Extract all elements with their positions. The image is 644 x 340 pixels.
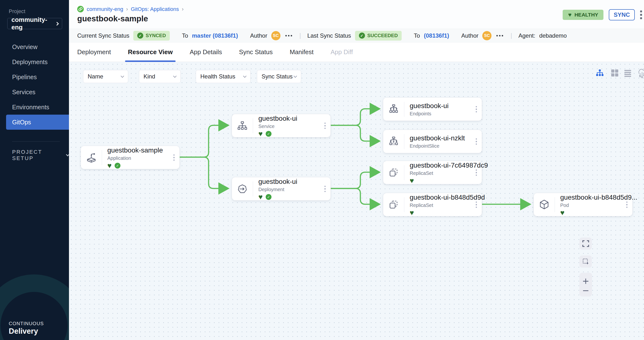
fullscreen-button[interactable]: [580, 238, 592, 250]
author-avatar[interactable]: SC: [482, 31, 492, 40]
tab-resource-view[interactable]: Resource View: [128, 42, 173, 62]
author-label: Author: [462, 32, 479, 39]
breadcrumb-applications-link[interactable]: GitOps: Applications: [131, 6, 179, 12]
sidebar-item-overview[interactable]: Overview: [0, 39, 69, 54]
breadcrumb: community-eng › GitOps: Applications ›: [77, 6, 184, 12]
sidebar-item-gitops[interactable]: GitOps: [6, 115, 69, 130]
commit-more-kebab-icon[interactable]: [285, 35, 292, 36]
current-revision-link[interactable]: master (08136f1): [192, 32, 238, 39]
node-kind: EndpointSlice: [410, 143, 465, 149]
node-title: guestbook-ui: [410, 102, 448, 110]
node-menu-kebab-icon[interactable]: [476, 138, 477, 145]
node-replicaset-guestbook-ui-7c64987dc9[interactable]: guestbook-ui-7c64987dc9 ReplicaSet ♥: [383, 161, 482, 184]
node-menu-kebab-icon[interactable]: [476, 106, 477, 112]
healthy-heart-icon: ♥: [560, 209, 564, 216]
grid-view-icon[interactable]: [610, 69, 619, 78]
replicaset-icon: [383, 199, 404, 210]
tab-manifest[interactable]: Manifest: [290, 42, 314, 62]
node-menu-kebab-icon[interactable]: [476, 201, 477, 208]
tab-app-details[interactable]: App Details: [190, 42, 222, 62]
filter-sync-status-dropdown[interactable]: Sync Status: [257, 70, 301, 83]
node-title: guestbook-ui-b848d5d9d: [410, 194, 485, 201]
healthy-heart-icon: ♥: [410, 209, 414, 216]
zoom-in-button[interactable]: [582, 278, 589, 285]
node-kind: Application: [107, 156, 163, 161]
sidebar: Project community-eng Overview Deploymen…: [0, 0, 69, 340]
node-deployment-guestbook-ui[interactable]: guestbook-ui Deployment ♥ ✓: [232, 177, 330, 200]
sidebar-item-pipelines[interactable]: Pipelines: [0, 70, 69, 84]
node-title: guestbook-ui-nzklt: [410, 134, 465, 142]
zoom-controls: [580, 273, 592, 296]
node-application-guestbook-sample[interactable]: guestbook-sample Application ♥ ✓: [81, 146, 180, 169]
healthy-heart-icon: ♥: [258, 193, 263, 200]
project-selector[interactable]: community-eng: [7, 18, 62, 29]
last-revision-link[interactable]: (08136f1): [424, 32, 449, 39]
chevron-down-icon: [294, 74, 297, 78]
brand-line-1: CONTINUOUS: [9, 321, 44, 326]
cluster-view-icon[interactable]: [637, 69, 644, 80]
project-setup-toggle[interactable]: PROJECT SETUP: [12, 149, 69, 162]
node-kind: Service: [258, 124, 297, 129]
node-replicaset-guestbook-ui-b848d5d9d[interactable]: guestbook-ui-b848d5d9d ReplicaSet ♥: [383, 193, 482, 216]
node-title: guestbook-ui: [258, 178, 297, 186]
node-menu-kebab-icon[interactable]: [174, 154, 175, 161]
tab-sync-status[interactable]: Sync Status: [239, 42, 273, 62]
more-options-kebab-icon[interactable]: [640, 10, 642, 19]
node-menu-kebab-icon[interactable]: [626, 201, 628, 208]
node-kind: Deployment: [258, 187, 297, 192]
to-label: To: [414, 32, 420, 39]
node-endpointslice-guestbook-ui-nzklt[interactable]: guestbook-ui-nzklt EndpointSlice: [383, 130, 482, 153]
resource-graph-canvas[interactable]: Name Kind Health Status Sync Status: [69, 62, 644, 340]
sidebar-item-services[interactable]: Services: [0, 84, 69, 100]
node-endpoints-guestbook-ui[interactable]: guestbook-ui Endpoints: [383, 98, 482, 121]
list-view-icon[interactable]: [624, 69, 632, 78]
last-sync-status-label: Last Sync Status: [307, 32, 351, 39]
node-menu-kebab-icon[interactable]: [324, 186, 326, 192]
node-title: guestbook-ui-b848d5d9...: [560, 194, 638, 201]
node-service-guestbook-ui[interactable]: guestbook-ui Service ♥ ✓: [232, 114, 330, 137]
sync-button[interactable]: SYNC: [609, 9, 635, 20]
tab-bar: Deployment Resource View App Details Syn…: [69, 42, 644, 62]
sidebar-item-deployments[interactable]: Deployments: [0, 54, 69, 70]
project-label: Project: [9, 8, 69, 14]
node-pod-guestbook-ui-b848d5d9[interactable]: guestbook-ui-b848d5d9... Pod ♥: [534, 193, 632, 216]
chevron-down-icon: [121, 74, 124, 78]
commit-more-kebab-icon[interactable]: [496, 35, 503, 36]
page-title: guestbook-sample: [77, 14, 148, 23]
sidebar-item-environments[interactable]: Environments: [0, 100, 69, 115]
agent-label: Agent:: [518, 32, 535, 39]
filter-kind-dropdown[interactable]: Kind: [139, 70, 181, 83]
node-kind: ReplicaSet: [410, 202, 485, 208]
divider: |: [300, 32, 301, 39]
endpointslice-icon: [383, 136, 404, 148]
tab-app-diff[interactable]: App Diff: [330, 42, 353, 62]
node-kind: Pod: [560, 202, 638, 208]
node-menu-kebab-icon[interactable]: [476, 169, 477, 176]
divider: |: [510, 32, 512, 39]
breadcrumb-separator: ›: [182, 6, 184, 12]
heart-icon: ♥: [568, 12, 572, 18]
zoom-out-button[interactable]: [582, 290, 589, 292]
application-icon: [81, 152, 102, 164]
filter-health-status-dropdown[interactable]: Health Status: [196, 70, 250, 83]
healthy-heart-icon: ♥: [258, 130, 263, 138]
tab-deployment[interactable]: Deployment: [77, 42, 111, 62]
chevron-down-icon: [243, 74, 246, 78]
chevron-down-icon: [66, 152, 69, 156]
sidebar-divider: [12, 141, 60, 142]
healthy-heart-icon: ♥: [410, 177, 414, 184]
node-menu-kebab-icon[interactable]: [324, 122, 326, 129]
healthy-heart-icon: ♥: [107, 162, 112, 169]
filter-name-dropdown[interactable]: Name: [83, 70, 128, 83]
node-title: guestbook-sample: [107, 146, 163, 154]
succeeded-badge: ✓ SUCCEEDED: [355, 31, 402, 40]
project-selector-value: community-eng: [12, 16, 56, 31]
tree-view-icon[interactable]: [596, 69, 604, 78]
to-label: To: [182, 32, 188, 39]
marquee-select-button[interactable]: [580, 256, 592, 268]
breadcrumb-project-link[interactable]: community-eng: [87, 6, 123, 12]
sidebar-nav: Overview Deployments Pipelines Services …: [0, 39, 69, 130]
author-avatar[interactable]: SC: [271, 31, 280, 40]
node-title: guestbook-ui: [258, 115, 297, 122]
author-label: Author: [250, 32, 267, 39]
